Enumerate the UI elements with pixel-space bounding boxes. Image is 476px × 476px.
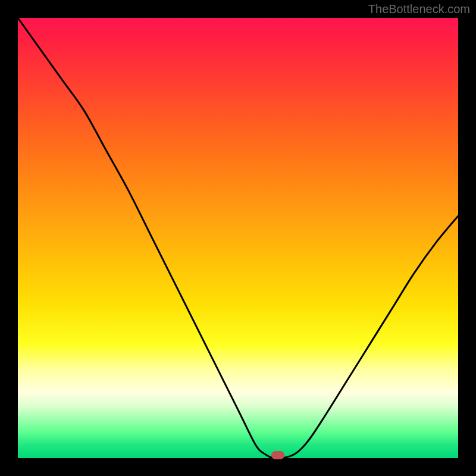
attribution-text: TheBottleneck.com [368, 2, 470, 16]
bottleneck-curve-path [18, 18, 458, 458]
plot-area [18, 18, 458, 458]
min-marker [271, 451, 284, 459]
curve-svg [18, 18, 458, 458]
